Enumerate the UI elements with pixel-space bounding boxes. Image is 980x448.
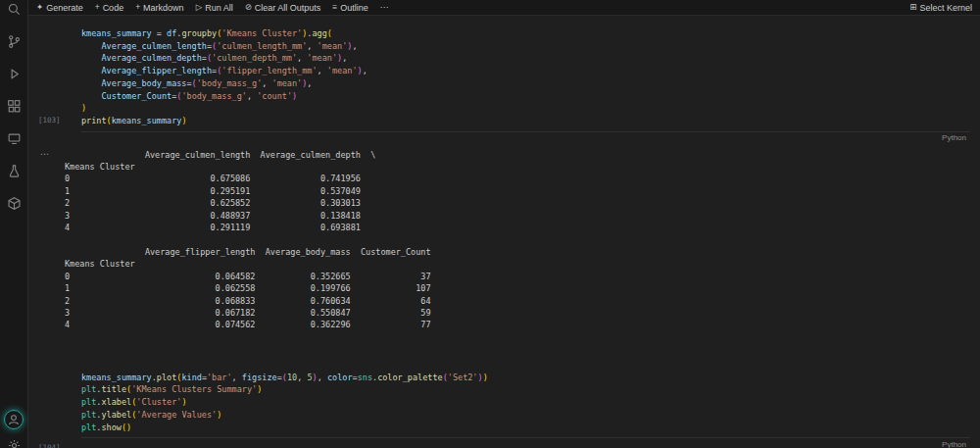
add-code-cell-button[interactable]: + Code — [95, 3, 123, 13]
code-token: kmeans_summary — [81, 28, 152, 38]
code-token: , — [297, 53, 307, 63]
code-token: ) — [181, 397, 186, 407]
add-markdown-cell-button[interactable]: + Markdown — [135, 3, 183, 13]
add-code-label: Code — [103, 3, 124, 13]
code-token: , — [262, 78, 271, 88]
circle-slash-icon: ⊘ — [245, 3, 252, 12]
code-cell-2[interactable]: [104] kmeans_summary.plot(kind='bar', fi… — [28, 367, 980, 448]
code-token: , — [352, 41, 357, 51]
code-token: xlabel — [101, 397, 131, 407]
activity-bar-top — [6, 1, 22, 211]
code-token: plot — [157, 373, 176, 382]
code-token: , — [342, 53, 347, 63]
code-line: Average_flipper_length=('flipper_length_… — [81, 65, 970, 77]
code-line: Average_culmen_length=('culmen_length_mm… — [81, 40, 970, 53]
clear-all-outputs-label: Clear All Outputs — [255, 3, 321, 13]
code-token: Average_culmen_depth — [101, 53, 201, 63]
code-token: 'Set2' — [448, 373, 478, 382]
cell-output: ⋯ Average_culmen_length Average_culmen_d… — [28, 149, 980, 331]
run-all-label: Run All — [205, 3, 233, 13]
editor-area: ✦ Generate + Code + Markdown ▷ Run All ⊘ — [28, 0, 980, 448]
kernel-icon: ⊞ — [909, 3, 916, 12]
code-line: plt.show() — [81, 422, 970, 434]
remote-explorer-icon[interactable] — [6, 130, 22, 146]
search-icon[interactable] — [6, 1, 22, 17]
code-token: Average_flipper_length — [101, 66, 212, 75]
code-editor[interactable]: kmeans_summary = df.groupby('Kmeans Clus… — [81, 23, 970, 132]
code-token: , — [307, 41, 317, 51]
code-token: agg — [312, 28, 326, 38]
more-actions-button[interactable]: ⋯ — [380, 3, 389, 12]
kernel-picker-button[interactable]: ⊞ Select Kernel — [909, 3, 972, 13]
code-cell-1[interactable]: [103] kmeans_summary = df.groupby('Kmean… — [28, 23, 980, 144]
code-token: 'mean' — [272, 78, 303, 88]
cell-row: [104] kmeans_summary.plot(kind='bar', fi… — [28, 367, 980, 439]
code-token: plt — [81, 410, 96, 420]
code-editor[interactable]: kmeans_summary.plot(kind='bar', figsize=… — [81, 367, 970, 439]
code-token: figsize — [242, 373, 277, 382]
code-line: plt.xlabel('Cluster') — [81, 396, 970, 409]
code-token: groupby — [181, 28, 217, 38]
language-indicator[interactable]: Python — [942, 133, 966, 142]
code-token: , — [307, 78, 312, 88]
code-line: print(kmeans_summary) — [81, 115, 970, 127]
code-token: ) — [292, 91, 297, 101]
code-token: 'mean' — [307, 53, 337, 63]
code-token: plt — [81, 384, 96, 394]
code-token: , — [318, 373, 327, 382]
kernel-label: Select Kernel — [919, 3, 972, 13]
cell-gutter: [104] — [28, 367, 81, 439]
sparkle-icon: ✦ — [36, 3, 43, 12]
cell-gutter: [103] — [28, 23, 81, 132]
code-token: ylabel — [101, 410, 131, 420]
source-control-icon[interactable] — [6, 33, 22, 49]
extensions-icon[interactable] — [6, 98, 22, 114]
cell-status-bar: Python — [28, 438, 980, 448]
code-token: 'mean' — [318, 41, 348, 51]
code-token: 'bar' — [207, 373, 232, 382]
code-token: 'body_mass_g' — [197, 78, 263, 88]
code-token: 'count' — [257, 91, 292, 101]
code-token: ) — [181, 116, 186, 125]
code-token: ) — [483, 373, 488, 382]
code-token: title — [101, 384, 126, 394]
code-token: show — [101, 423, 121, 432]
notebook-toolbar: ✦ Generate + Code + Markdown ▷ Run All ⊘ — [28, 0, 980, 16]
execution-count: [103] — [38, 116, 61, 124]
package-cube-icon[interactable] — [6, 195, 22, 211]
code-token: plt — [81, 423, 96, 432]
code-token: , — [363, 66, 368, 75]
execution-count: [104] — [38, 443, 61, 448]
code-token: ) — [257, 384, 262, 394]
language-indicator[interactable]: Python — [942, 440, 966, 448]
settings-gear-icon[interactable] — [6, 437, 22, 448]
testing-beaker-icon[interactable] — [6, 163, 22, 178]
list-icon: ≡ — [332, 3, 337, 12]
output-collapse-indicator[interactable]: ⋯ — [40, 149, 50, 159]
code-token — [81, 53, 101, 63]
code-line: Customer_Count=('body_mass_g', 'count') — [81, 90, 970, 103]
code-token — [81, 41, 101, 51]
plus-icon: + — [95, 3, 100, 12]
code-token: color_palette — [377, 373, 443, 382]
code-line: ) — [81, 102, 970, 115]
outline-button[interactable]: ≡ Outline — [332, 3, 368, 13]
plus-icon: + — [135, 3, 140, 12]
code-token: Average_culmen_length — [101, 41, 206, 51]
code-token: = — [152, 28, 167, 38]
generate-button[interactable]: ✦ Generate — [36, 3, 83, 13]
account-icon[interactable] — [4, 410, 24, 429]
ellipsis-icon: ⋯ — [380, 3, 389, 12]
code-token: df — [167, 28, 176, 38]
cell-status-bar: Python — [28, 132, 980, 144]
clear-all-outputs-button[interactable]: ⊘ Clear All Outputs — [245, 3, 321, 13]
run-all-button[interactable]: ▷ Run All — [196, 3, 233, 13]
generate-label: Generate — [46, 3, 83, 13]
code-token: sns — [358, 373, 372, 382]
code-token: ) — [217, 410, 221, 420]
output-text: Average_culmen_length Average_culmen_dep… — [65, 149, 980, 331]
code-token: ) — [81, 103, 86, 113]
run-and-debug-icon[interactable] — [6, 66, 22, 81]
code-token: kmeans_summary — [81, 373, 152, 382]
play-icon: ▷ — [196, 3, 203, 12]
